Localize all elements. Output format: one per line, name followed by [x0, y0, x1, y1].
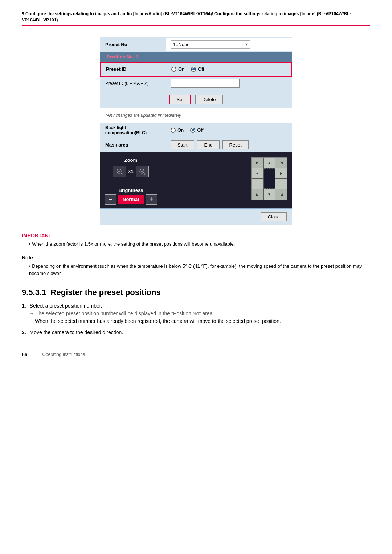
zoom-section: Zoom ×1 [100, 152, 292, 208]
brightness-controls: − Normal + [105, 194, 157, 205]
position-no-value: 1 [136, 54, 138, 59]
back-light-label: Back light compensation(BLC) [100, 123, 166, 138]
page-footer: 66 Operating Instructions [22, 351, 370, 358]
dir-topleft-button[interactable]: ◤ [252, 158, 263, 168]
preset-id-off-radio[interactable] [191, 67, 196, 72]
preset-id-off-option[interactable]: Off [191, 66, 204, 72]
direction-pad-container: ◤ ▲ ◥ ◄ ► ◣ ▼ ◢ [251, 157, 287, 200]
important-bullet: When the zoom factor is 1.5x or more, th… [32, 241, 235, 247]
any-changes-text: *Any changes are updated immediately [105, 113, 181, 118]
preset-id-on-radio[interactable] [171, 67, 176, 72]
zoom-controls: ×1 [113, 166, 149, 177]
section-number: 9.5.3.1 [22, 288, 46, 297]
mask-area-row: Mask area Start End Reset [100, 138, 292, 152]
zoom-in-button[interactable] [136, 166, 149, 177]
preset-no-row: Preset No 1::None [100, 37, 292, 52]
camera-view-center [264, 168, 275, 189]
page-header: 9 Configure the settings relating to ima… [22, 11, 370, 26]
zoom-left: Zoom ×1 [105, 157, 157, 205]
close-button[interactable]: Close [261, 212, 287, 221]
dir-bottomleft-button[interactable]: ◣ [252, 189, 263, 200]
note-bullet: Depending on the environment (such as wh… [29, 263, 362, 276]
mask-start-button[interactable]: Start [171, 140, 194, 149]
preset-id-input[interactable] [171, 79, 240, 88]
footer-divider [35, 351, 35, 358]
zoom-in-icon [139, 168, 146, 175]
preset-no-label: Preset No [100, 40, 166, 49]
preset-id-range-label: Preset ID (0 – 9,A – Z) [100, 79, 166, 88]
note-section: Note • Depending on the environment (suc… [22, 255, 370, 277]
zoom-out-button[interactable] [113, 166, 126, 177]
brightness-decrease-button[interactable]: − [105, 194, 116, 205]
zoom-value: ×1 [128, 169, 134, 174]
back-light-on-radio[interactable] [171, 128, 176, 133]
brightness-increase-button[interactable]: + [146, 194, 157, 205]
step-1-sub: When the selected number has already bee… [35, 317, 370, 325]
preset-id-value-cell: On Off [166, 64, 291, 74]
dir-up-button[interactable]: ▲ [264, 158, 275, 168]
dir-left2-button[interactable] [252, 179, 263, 189]
dir-right-button[interactable]: ► [275, 168, 287, 178]
back-light-off-label: Off [197, 127, 203, 133]
back-light-off-option[interactable]: Off [190, 127, 203, 133]
brightness-section: Brightness − Normal + [105, 188, 157, 205]
note-text: • Depending on the environment (such as … [29, 263, 370, 277]
back-light-row: Back light compensation(BLC) On Off [100, 123, 292, 138]
section-title: Register the preset positions [51, 288, 161, 297]
step-1-arrow: → The selected preset position number wi… [29, 310, 370, 317]
dir-down-button[interactable]: ▼ [264, 189, 275, 200]
note-title: Note [22, 255, 370, 260]
mask-reset-button[interactable]: Reset [222, 140, 249, 149]
main-panel: Preset No 1::None Position No 1 Preset I… [100, 37, 292, 225]
preset-id-range-value-cell [166, 77, 292, 90]
step-1-text: Select a preset position number. [30, 303, 102, 309]
mask-area-value-cell: Start End Reset [166, 138, 292, 152]
preset-id-on-option[interactable]: On [171, 66, 184, 72]
preset-id-on-label: On [178, 66, 184, 72]
dir-bottomright-button[interactable]: ◢ [275, 189, 287, 200]
delete-button[interactable]: Delete [195, 95, 223, 104]
important-section: IMPORTANT • When the zoom factor is 1.5x… [22, 233, 370, 248]
back-light-value-cell: On Off [166, 125, 292, 135]
set-delete-row: Set Delete [100, 91, 292, 108]
any-changes-row: *Any changes are updated immediately [100, 108, 292, 123]
step-2-num: 2. [22, 329, 26, 335]
preset-no-value-cell: 1::None [166, 38, 292, 51]
svg-line-1 [121, 173, 122, 175]
footer-label: Operating Instructions [42, 352, 85, 357]
preset-id-off-label: Off [198, 66, 204, 72]
steps-list: 1. Select a preset position number. → Th… [22, 302, 370, 336]
preset-id-range-row: Preset ID (0 – 9,A – Z) [100, 77, 292, 91]
page-number: 66 [22, 352, 28, 357]
close-row: Close [100, 208, 292, 225]
position-no-label: Position No [107, 54, 133, 59]
header-text: 9 Configure the settings relating to ima… [22, 11, 351, 22]
back-light-on-option[interactable]: On [171, 127, 184, 133]
preset-id-row: Preset ID On Off [100, 62, 292, 77]
back-light-on-label: On [177, 127, 184, 133]
brightness-normal-button[interactable]: Normal [118, 195, 144, 204]
mask-end-button[interactable]: End [197, 140, 219, 149]
step-1-num: 1. [22, 303, 26, 309]
important-title: IMPORTANT [22, 233, 370, 238]
preset-no-select-wrapper[interactable]: 1::None [171, 40, 250, 49]
set-button[interactable]: Set [169, 95, 191, 104]
back-light-radio-group: On Off [171, 127, 203, 133]
zoom-out-icon [116, 168, 123, 175]
step-1: 1. Select a preset position number. → Th… [22, 302, 370, 325]
brightness-title: Brightness [118, 188, 143, 193]
section-heading: 9.5.3.1 Register the preset positions [22, 288, 370, 297]
preset-id-label: Preset ID [101, 64, 166, 74]
dir-left-button[interactable]: ◄ [252, 168, 263, 178]
svg-line-4 [143, 173, 145, 175]
dir-right2-button[interactable] [275, 179, 287, 189]
step-2: 2. Move the camera to the desired direct… [22, 329, 370, 336]
preset-no-select[interactable]: 1::None [171, 40, 250, 49]
direction-pad: ◤ ▲ ◥ ◄ ► ◣ ▼ ◢ [251, 157, 287, 200]
preset-id-radio-group: On Off [171, 66, 204, 72]
position-no-header: Position No 1 [100, 52, 292, 62]
mask-area-label: Mask area [100, 140, 166, 150]
step-2-text: Move the camera to the desired direction… [30, 329, 123, 335]
back-light-off-radio[interactable] [190, 128, 195, 133]
dir-topright-button[interactable]: ◥ [275, 158, 287, 168]
